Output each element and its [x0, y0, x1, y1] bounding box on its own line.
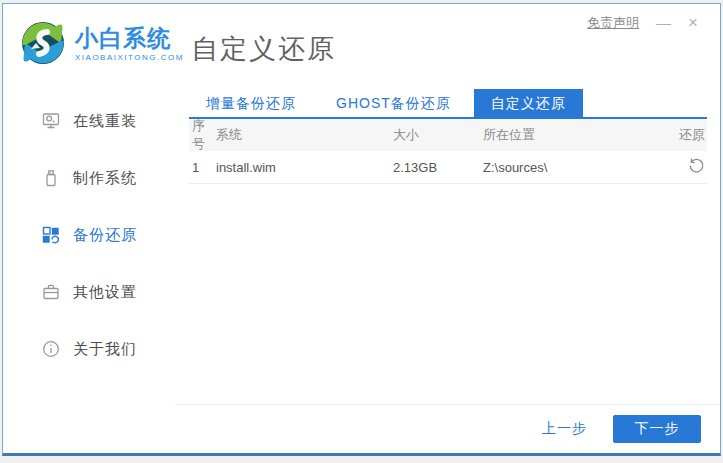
- close-icon[interactable]: ×: [688, 14, 698, 32]
- tab-incremental-backup-restore[interactable]: 增量备份还原: [189, 89, 313, 117]
- minimize-icon[interactable]: —: [656, 14, 671, 32]
- brand-block: 小白系统 XIAOBAIXITONG.COM: [75, 25, 184, 62]
- table-header-row: 序号 系统 大小 所在位置 还原: [189, 119, 707, 151]
- briefcase-icon: [41, 282, 61, 302]
- sidebar: 在线重装 制作系统: [3, 84, 175, 453]
- cell-size: 2.13GB: [393, 160, 483, 175]
- sidebar-item-other-settings[interactable]: 其他设置: [3, 281, 175, 303]
- sidebar-item-label: 关于我们: [73, 340, 137, 359]
- app-window: 小白系统 XIAOBAIXITONG.COM 自定义还原 免责声明 — × 在线…: [2, 3, 721, 456]
- disclaimer-link[interactable]: 免责声明: [587, 14, 639, 32]
- restore-icon[interactable]: [688, 157, 705, 177]
- sidebar-item-online-reinstall[interactable]: 在线重装: [3, 110, 175, 132]
- header: 小白系统 XIAOBAIXITONG.COM 自定义还原 免责声明 — ×: [3, 4, 720, 84]
- brand-domain: XIAOBAIXITONG.COM: [75, 53, 184, 62]
- prev-step-button[interactable]: 上一步: [542, 420, 587, 438]
- sidebar-item-label: 在线重装: [73, 112, 137, 131]
- main-content: 增量备份还原 GHOST备份还原 自定义还原 序号 系统 大小 所在位置 还原 …: [175, 84, 720, 453]
- tab-ghost-backup-restore[interactable]: GHOST备份还原: [319, 89, 468, 117]
- cell-no: 1: [189, 160, 216, 175]
- sidebar-item-make-system[interactable]: 制作系统: [3, 167, 175, 189]
- sidebar-item-label: 备份还原: [73, 226, 137, 245]
- sidebar-item-about-us[interactable]: 关于我们: [3, 338, 175, 360]
- col-header-no: 序号: [189, 117, 216, 153]
- next-step-button[interactable]: 下一步: [613, 415, 701, 443]
- tab-custom-restore[interactable]: 自定义还原: [474, 89, 583, 117]
- brand-name: 小白系统: [75, 25, 184, 51]
- cell-location: Z:\sources\: [483, 160, 665, 175]
- footer: 上一步 下一步: [175, 404, 720, 453]
- backup-restore-icon: [41, 225, 61, 245]
- app-logo-icon: [19, 19, 67, 67]
- backup-table: 序号 系统 大小 所在位置 还原 1 install.wim 2.13GB Z:…: [189, 119, 707, 184]
- sidebar-item-label: 制作系统: [73, 169, 137, 188]
- col-header-system: 系统: [216, 126, 393, 144]
- table-row: 1 install.wim 2.13GB Z:\sources\: [189, 151, 707, 184]
- tab-bar: 增量备份还原 GHOST备份还原 自定义还原: [189, 89, 707, 119]
- col-header-restore: 还原: [665, 126, 707, 144]
- cell-system: install.wim: [216, 160, 393, 175]
- col-header-size: 大小: [393, 126, 483, 144]
- info-icon: [41, 339, 61, 359]
- usb-icon: [41, 168, 61, 188]
- col-header-location: 所在位置: [483, 126, 665, 144]
- sidebar-item-backup-restore[interactable]: 备份还原: [3, 224, 175, 246]
- page-title: 自定义还原: [191, 31, 336, 67]
- sidebar-item-label: 其他设置: [73, 283, 137, 302]
- monitor-icon: [41, 111, 61, 131]
